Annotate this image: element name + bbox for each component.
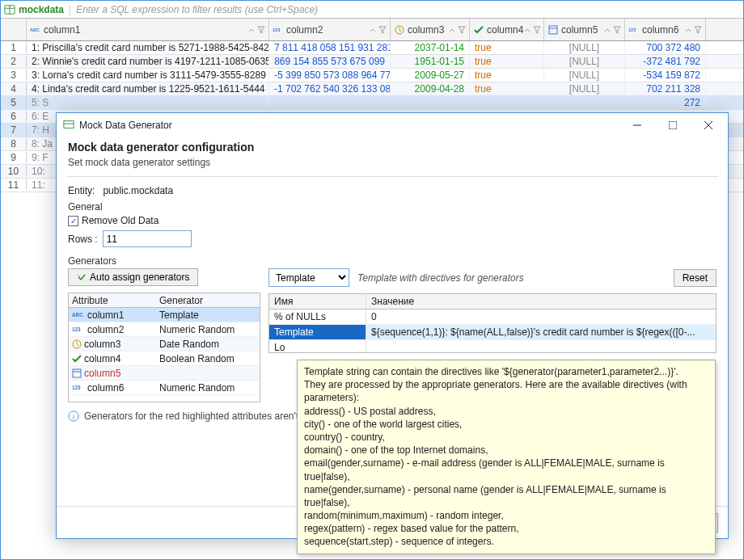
close-button[interactable] [691,114,726,137]
sort-icon[interactable] [523,26,531,34]
filter-icon[interactable] [533,26,541,34]
cell-column6[interactable]: 700 372 480 [625,42,706,53]
filter-placeholder[interactable]: Enter a SQL expression to filter results… [76,4,318,15]
filter-icon[interactable] [694,26,702,34]
cell-column4[interactable]: true [470,56,544,67]
svg-rect-12 [669,121,677,129]
cell-column5[interactable]: [NULL] [544,56,625,67]
type-icon [394,24,405,36]
svg-text:123: 123 [273,27,280,32]
generator-row[interactable]: column5 [69,366,260,381]
svg-text:123: 123 [72,326,81,332]
cell-column3[interactable]: 2037-01-14 [391,42,470,53]
column-header-column4[interactable]: column4 [470,19,544,40]
cell-column5[interactable]: [NULL] [544,42,625,53]
column-header-column5[interactable]: column5 [544,19,625,40]
cell-column2[interactable]: 869 154 855 573 675 099 [269,56,391,67]
type-icon [473,24,484,36]
rownum: 6 [1,111,27,122]
table-row[interactable]: 11: Priscilla's credit card number is 52… [1,41,743,55]
rownum: 9 [1,152,27,163]
cell-column4[interactable]: true [470,69,544,81]
remove-old-data-checkbox[interactable]: Remove Old Data [68,215,717,226]
rownum: 8 [1,138,27,149]
cell-column2[interactable]: -5 399 850 573 088 964 770 [269,69,391,81]
tab-bar: mockdata | Enter a SQL expression to fil… [1,1,743,19]
cell-column1[interactable]: 2: Winnie's credit card number is 4197-1… [27,56,269,67]
filter-icon[interactable] [613,26,621,34]
dialog-subheading: Set mock data generator settings [68,157,717,168]
generator-row[interactable]: column4Boolean Random [69,352,260,366]
dialog-titlebar[interactable]: Mock Data Generator [57,113,728,137]
cell-column1[interactable]: 5: S [27,97,269,108]
param-row[interactable]: % of NULLs0 [269,309,716,325]
cell-column1[interactable]: 3: Lorna's credit card number is 3111-54… [27,69,269,81]
gen-col-header: Generator [156,295,260,306]
cell-column4[interactable]: true [470,83,544,95]
info-icon: i [68,411,79,422]
cell-column3[interactable]: 1951-01-15 [391,56,470,67]
filter-icon[interactable] [378,26,387,34]
sort-icon[interactable] [603,26,611,34]
filter-icon[interactable] [458,26,466,34]
rownum: 11 [1,179,27,191]
sort-icon[interactable] [684,26,692,34]
sort-icon[interactable] [369,26,377,34]
auto-assign-button[interactable]: Auto assign generators [68,268,198,286]
cell-column1[interactable]: 4: Linda's credit card number is 1225-95… [27,83,269,95]
rownum: 3 [1,69,27,81]
column-header-column3[interactable]: column3 [391,19,470,40]
column-header-column6[interactable]: 123column6 [625,19,706,40]
tab-name[interactable]: mockdata [19,4,64,15]
table-row[interactable]: 44: Linda's credit card number is 1225-9… [1,82,743,96]
cell-column3[interactable]: 2009-04-28 [391,83,470,95]
table-row[interactable]: 33: Lorna's credit card number is 3111-5… [1,69,743,82]
general-label: General [68,201,717,213]
rownum: 2 [1,56,27,67]
generators-label: Generators [68,255,717,267]
svg-rect-9 [64,120,74,128]
filter-icon[interactable] [257,26,265,34]
reset-button[interactable]: Reset [674,269,717,287]
cell-column6[interactable]: 702 211 328 [625,83,706,95]
svg-text:ABC: ABC [72,312,83,318]
rownum-header [1,19,27,40]
generator-row[interactable]: 123column6Numeric Random [69,381,260,395]
cell-column6[interactable]: -534 159 872 [625,69,706,81]
generator-row[interactable]: column3Date Random [69,337,260,352]
generator-row[interactable]: 123column2Numeric Random [69,322,260,337]
cell-column6[interactable]: -372 481 792 [625,56,706,67]
cell-column2[interactable]: -1 702 762 540 326 133 085 [269,83,391,95]
generator-row[interactable]: ABCcolumn1Template [69,308,260,322]
cell-column3[interactable]: 2009-05-27 [391,69,470,81]
column-header-column1[interactable]: ABCcolumn1 [27,19,269,40]
gen-grid-header: Attribute Generator [69,293,260,308]
param-row[interactable]: Template${sequence(1,1)}: ${name(ALL,fal… [269,325,716,340]
svg-rect-18 [73,369,81,377]
sort-icon[interactable] [448,26,456,34]
entity-label: Entity: [68,185,95,196]
table-row[interactable]: 55: S272 [1,96,743,110]
table-row[interactable]: 22: Winnie's credit card number is 4197-… [1,55,743,69]
rows-label: Rows : [68,234,98,245]
column-header-column2[interactable]: 123column2 [269,19,391,40]
grid-header: ABCcolumn1123column2column3column4column… [1,19,743,41]
cell-column1[interactable]: 1: Priscilla's credit card number is 527… [27,42,269,53]
cell-column5[interactable]: [NULL] [544,83,625,95]
generator-type-select[interactable]: Template [268,268,349,287]
kv-value-header: Значение [366,294,716,309]
checkbox-icon[interactable] [68,216,78,226]
svg-text:123: 123 [72,385,81,390]
cell-column4[interactable]: true [470,42,544,53]
svg-rect-6 [549,26,557,34]
svg-text:ABC: ABC [30,27,40,32]
cell-column5[interactable]: [NULL] [544,69,625,81]
minimize-button[interactable] [619,114,655,137]
cell-column2[interactable]: 7 811 418 058 151 931 281 [269,42,391,53]
sort-icon[interactable] [247,26,256,34]
generators-grid: Attribute Generator ABCcolumn1Template12… [68,293,260,402]
cell-column6[interactable]: 272 [625,97,706,108]
maximize-button[interactable] [655,114,691,137]
param-row[interactable]: Lo [269,340,716,353]
rows-input[interactable] [103,230,192,247]
